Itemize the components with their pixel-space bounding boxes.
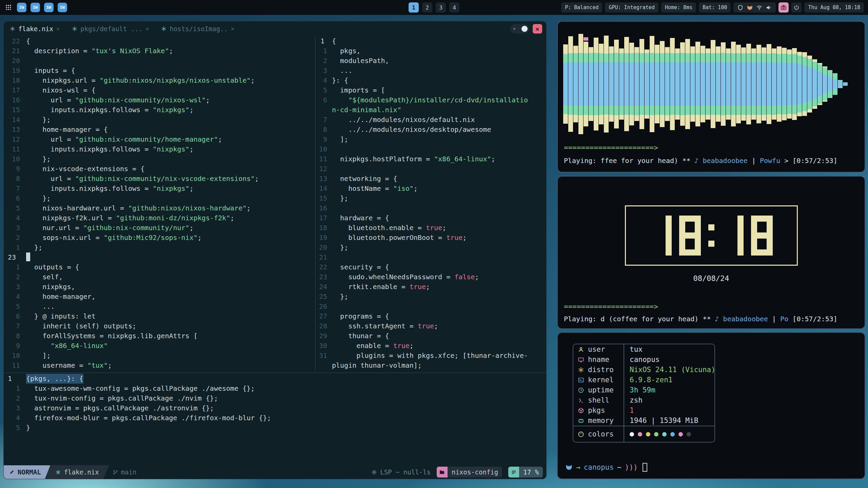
viz-bar	[665, 47, 670, 121]
code-text: hostName = "iso";	[332, 184, 418, 194]
line-number: 28	[316, 321, 332, 331]
tab-close-icon[interactable]: ×	[56, 25, 60, 32]
line-number: 2	[4, 272, 26, 282]
line-number: 19	[316, 233, 332, 243]
viz-bar	[807, 56, 812, 113]
code-line: 2 tux-nvim-config = pkgs.callPackage ./n…	[4, 393, 547, 403]
code-text: {	[332, 36, 336, 46]
clock-digit	[751, 216, 773, 256]
fetch-row-pkgs: pkgs1	[573, 405, 714, 415]
color-dot	[687, 432, 691, 436]
fox-icon[interactable]	[747, 4, 753, 11]
code-text: self,	[26, 272, 63, 282]
tab-flake-nix[interactable]: flake.nix ×	[10, 25, 60, 33]
tab-hosts-isoimage[interactable]: hosts/isoImag.. ×	[161, 25, 234, 33]
viz-bar	[792, 48, 797, 120]
playing-segment: Powfu	[760, 157, 780, 165]
viz-bar	[817, 63, 822, 105]
line-number: 11	[4, 144, 26, 154]
code-line: 5}	[4, 423, 547, 433]
window-close-button[interactable]: ×	[533, 24, 542, 34]
shell-prompt[interactable]: → canopus ~ )))	[565, 463, 647, 472]
line-number: 20	[4, 56, 26, 66]
volume-icon[interactable]	[766, 4, 772, 11]
tag-1[interactable]: SW	[17, 3, 26, 12]
fetch-row-user: usertux	[573, 344, 714, 354]
vertical-split[interactable]	[315, 36, 316, 372]
code-text: hardware = {	[332, 213, 389, 223]
editor-pane-flake[interactable]: 22{21 description = "tux's NixOS Flake";…	[4, 36, 315, 372]
playing-segment: beabadoobee	[719, 315, 768, 323]
code-line: 20 };	[316, 243, 547, 252]
workspace-1[interactable]: 1	[409, 2, 419, 13]
separator-line: =====================>	[564, 303, 658, 311]
code-line: 11 username = "tux";	[4, 361, 315, 370]
launcher-grid-icon[interactable]	[4, 3, 13, 12]
wifi-icon[interactable]	[756, 4, 763, 11]
code-text: } @ inputs: let	[26, 311, 96, 321]
fetch-row-colors: colors	[573, 426, 714, 442]
code-text: {	[26, 36, 30, 46]
playing-segment: >	[780, 157, 792, 165]
tag-2[interactable]: SW	[31, 3, 40, 12]
code-text: plugins = with pkgs.xfce; [thunar-archiv…	[332, 351, 528, 361]
tag-3[interactable]: SW	[44, 3, 54, 12]
code-line: 15 };	[316, 194, 547, 203]
code-line: 3 ...	[316, 66, 547, 76]
code-text: astronvim = pkgs.callPackage ./astronvim…	[26, 403, 214, 413]
workspace-4[interactable]: 4	[449, 2, 459, 13]
viz-bar	[762, 47, 766, 121]
project-label: nixos-config	[448, 467, 502, 477]
code-text: modulesPath,	[332, 56, 389, 66]
editor-pane-isoimage[interactable]: 1{1 pkgs,2 modulesPath,3 ...4}: {5 impor…	[316, 36, 547, 372]
viz-bar	[782, 48, 787, 120]
fetch-table: usertuxhnamecanopusdistroNixOS 24.11 (Vi…	[573, 344, 715, 443]
clock-digit	[679, 216, 701, 256]
viz-bar	[756, 45, 761, 123]
tab-pkgs-default[interactable]: pkgs/default ... ×	[72, 25, 149, 33]
power-button[interactable]	[791, 2, 802, 13]
code-text	[26, 252, 30, 262]
tag-4[interactable]: SW	[58, 3, 67, 12]
line-number: 30	[316, 341, 332, 351]
code-text: nixpkgs.hostPlatform = "x86_64-linux";	[332, 154, 495, 164]
viz-bar	[777, 46, 782, 122]
viz-bar	[726, 48, 731, 120]
workspace-3[interactable]: 3	[436, 2, 446, 13]
line-number: 24	[316, 282, 332, 292]
code-line: 15 inputs.nixpkgs.follows = "nixpkgs";	[4, 105, 315, 115]
workspace-2[interactable]: 2	[422, 2, 432, 13]
tab-close-icon[interactable]: ×	[231, 25, 234, 32]
code-line: 2 self,	[4, 272, 315, 282]
camera-icon	[781, 4, 787, 11]
nix-snowflake-icon	[55, 469, 61, 475]
code-line: 4}: {	[316, 76, 547, 85]
fetch-label: kernel	[588, 376, 614, 384]
viz-bar	[736, 45, 741, 123]
window-toggle[interactable]	[510, 24, 529, 34]
viz-bar	[721, 42, 726, 126]
code-text: nixos-hardware.url = "github:nixos/nixos…	[26, 203, 251, 213]
prompt-suffix: )))	[625, 463, 638, 471]
code-line: 29 thunar = {	[316, 331, 547, 341]
code-text: username = "tux";	[26, 361, 112, 370]
line-number: 5	[4, 203, 26, 213]
line-number: 16	[316, 203, 332, 213]
code-line: 1 };	[4, 243, 315, 252]
code-text: url = "github:nix-community/home-manager…	[26, 135, 222, 144]
viz-bar	[823, 66, 827, 102]
code-text: ssh.startAgent = true;	[332, 321, 438, 331]
code-line: 10	[316, 144, 547, 154]
playing-segment: ♪	[694, 157, 698, 165]
code-line: 12 url = "github:nix-community/home-mana…	[4, 135, 315, 144]
horizontal-split[interactable]	[4, 372, 547, 373]
fetch-row-hname: hnamecanopus	[573, 354, 714, 365]
tab-close-icon[interactable]: ×	[145, 25, 149, 32]
clock-widget[interactable]: Thu Aug 08, 18:18	[804, 2, 864, 13]
code-line: 14 };	[4, 115, 315, 125]
code-text: };	[26, 154, 51, 164]
line-number: 10	[316, 144, 332, 154]
screenshot-button[interactable]	[778, 2, 789, 13]
shield-icon[interactable]	[737, 4, 744, 11]
editor-pane-pkgs[interactable]: 1{pkgs, ...}: {1 tux-awesome-wm-config =…	[4, 374, 547, 466]
